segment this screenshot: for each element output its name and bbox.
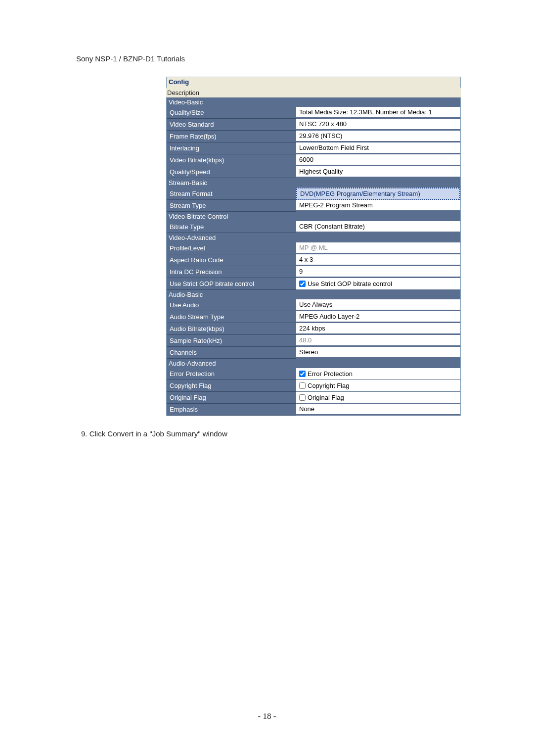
label: Profile/Level: [167, 242, 296, 254]
checkbox-strict-gop-label: Use Strict GOP bitrate control: [308, 280, 392, 287]
label: Sample Rate(kHz): [167, 335, 296, 347]
row-sample-rate[interactable]: Sample Rate(kHz) 48.0: [166, 335, 461, 347]
label: Audio Bitrate(kbps): [167, 323, 296, 335]
checkbox-copyright-flag-label: Copyright Flag: [308, 382, 350, 389]
row-aspect-ratio[interactable]: Aspect Ratio Code 4 x 3: [166, 254, 461, 266]
config-panel: Config Description Video-Basic Quality/S…: [166, 77, 461, 416]
row-use-audio[interactable]: Use Audio Use Always: [166, 299, 461, 311]
label: Quality/Speed: [167, 166, 296, 178]
label: Use Audio: [167, 299, 296, 311]
row-frame-rate[interactable]: Frame Rate(fps) 29.976 (NTSC): [166, 131, 461, 142]
section-video-bitrate: Video-Bitrate Control: [166, 212, 461, 221]
row-audio-bitrate[interactable]: Audio Bitrate(kbps) 224 kbps: [166, 323, 461, 335]
row-profile-level[interactable]: Profile/Level MP @ ML: [166, 242, 461, 254]
value: NTSC 720 x 480: [296, 119, 460, 131]
value: MP @ ML: [296, 242, 460, 254]
value: Copyright Flag: [296, 380, 460, 392]
checkbox-copyright-flag[interactable]: [299, 382, 306, 389]
value: Highest Quality: [296, 166, 460, 178]
label: Audio Stream Type: [167, 311, 296, 323]
label: Original Flag: [167, 392, 296, 404]
step-caption: 9. Click Convert in a "Job Summary" wind…: [81, 429, 458, 438]
checkbox-error-protection-label: Error Protection: [308, 370, 353, 378]
value: Error Protection: [296, 368, 460, 380]
checkbox-strict-gop[interactable]: [299, 281, 306, 287]
row-strict-gop[interactable]: Use Strict GOP bitrate control Use Stric…: [166, 278, 461, 290]
value: Original Flag: [296, 392, 460, 404]
value: 29.976 (NTSC): [296, 131, 460, 142]
value: None: [296, 404, 460, 416]
value: 4 x 3: [296, 254, 460, 266]
section-video-advanced: Video-Advanced: [166, 233, 461, 242]
row-emphasis[interactable]: Emphasis None: [166, 404, 461, 416]
section-audio-advanced: Audio-Advanced: [166, 359, 461, 368]
label: Intra DC Precision: [167, 266, 296, 278]
group-title: Config: [166, 77, 461, 88]
value: 9: [296, 266, 460, 278]
label: Channels: [167, 347, 296, 359]
row-copyright-flag[interactable]: Copyright Flag Copyright Flag: [166, 380, 461, 392]
value: Stereo: [296, 347, 460, 359]
label: Error Protection: [167, 368, 296, 380]
row-video-standard[interactable]: Video Standard NTSC 720 x 480: [166, 119, 461, 131]
label: Interlacing: [167, 142, 296, 154]
label: Copyright Flag: [167, 380, 296, 392]
value: Total Media Size: 12.3MB, Number of Medi…: [296, 107, 460, 119]
value: 48.0: [296, 335, 460, 347]
label: Stream Type: [167, 200, 296, 212]
label: Use Strict GOP bitrate control: [167, 278, 296, 290]
label: Quality/Size: [167, 107, 296, 119]
checkbox-error-protection[interactable]: [299, 371, 306, 377]
row-bitrate-type[interactable]: Bitrate Type CBR (Constant Bitrate): [166, 221, 461, 233]
row-channels[interactable]: Channels Stereo: [166, 347, 461, 359]
row-audio-stream-type[interactable]: Audio Stream Type MPEG Audio Layer-2: [166, 311, 461, 323]
label: Bitrate Type: [167, 221, 296, 233]
row-stream-type[interactable]: Stream Type MPEG-2 Program Stream: [166, 200, 461, 212]
value: Lower/Bottom Field First: [296, 142, 460, 154]
row-error-protection[interactable]: Error Protection Error Protection: [166, 368, 461, 380]
value: 6000: [296, 154, 460, 166]
value: MPEG-2 Program Stream: [296, 200, 460, 212]
label: Aspect Ratio Code: [167, 254, 296, 266]
row-video-bitrate[interactable]: Video Bitrate(kbps) 6000: [166, 154, 461, 166]
row-quality-size[interactable]: Quality/Size Total Media Size: 12.3MB, N…: [166, 107, 461, 119]
section-video-basic: Video-Basic: [166, 97, 461, 107]
section-stream-basic: Stream-Basic: [166, 178, 461, 188]
description-label: Description: [166, 88, 461, 97]
value: DVD(MPEG Program/Elementary Stream): [296, 188, 460, 200]
value: CBR (Constant Bitrate): [296, 221, 460, 233]
label: Emphasis: [167, 404, 296, 416]
value: 224 kbps: [296, 323, 460, 335]
checkbox-original-flag[interactable]: [299, 394, 306, 401]
row-interlacing[interactable]: Interlacing Lower/Bottom Field First: [166, 142, 461, 154]
page-header: Sony NSP-1 / BZNP-D1 Tutorials: [76, 54, 458, 63]
value: Use Always: [296, 299, 460, 311]
page-number: - 18 -: [0, 711, 534, 721]
row-intra-dc[interactable]: Intra DC Precision 9: [166, 266, 461, 278]
label: Video Bitrate(kbps): [167, 154, 296, 166]
value: MPEG Audio Layer-2: [296, 311, 460, 323]
checkbox-original-flag-label: Original Flag: [308, 394, 344, 401]
section-audio-basic: Audio-Basic: [166, 290, 461, 299]
label: Frame Rate(fps): [167, 131, 296, 142]
row-stream-format[interactable]: Stream Format DVD(MPEG Program/Elementar…: [166, 188, 461, 200]
row-original-flag[interactable]: Original Flag Original Flag: [166, 392, 461, 404]
row-quality-speed[interactable]: Quality/Speed Highest Quality: [166, 166, 461, 178]
value: Use Strict GOP bitrate control: [296, 278, 460, 290]
label: Stream Format: [167, 188, 296, 200]
label: Video Standard: [167, 119, 296, 131]
